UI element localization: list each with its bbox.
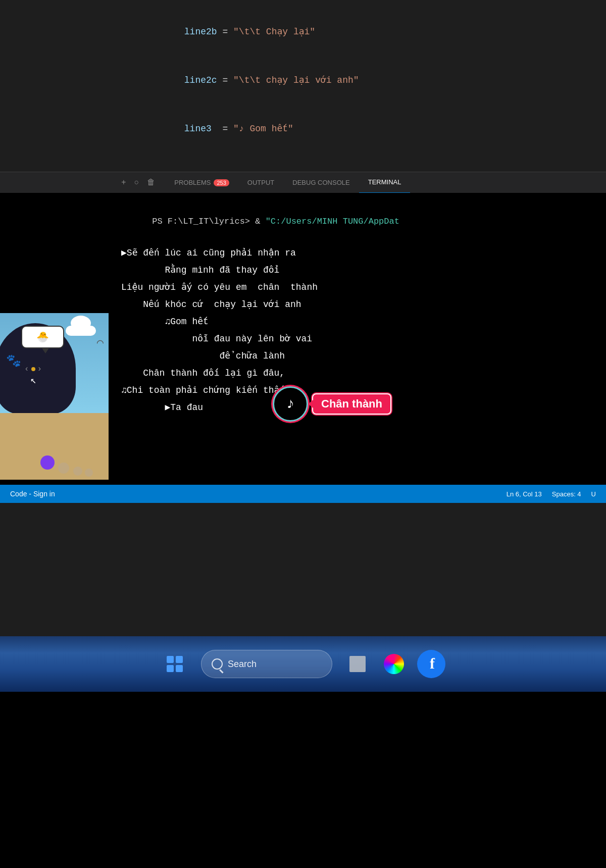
chick-icon: 🐣 [36, 331, 49, 343]
tab-output-label: OUTPUT [247, 179, 274, 186]
facebook-button[interactable]: f [417, 650, 445, 678]
tab-problems[interactable]: PROBLEMS 253 [165, 172, 238, 193]
game-ground [0, 413, 109, 480]
orb-tan-1 [58, 463, 69, 474]
orb-purple [40, 455, 55, 470]
spectrum-icon [384, 654, 404, 674]
tiktok-overlay: ♪ Chân thành [273, 386, 391, 422]
task-view-icon [349, 656, 366, 672]
orb-tan-3 [85, 469, 93, 477]
lyrics-line-8: Chân thành đối lại gì đâu, [121, 365, 596, 382]
vscode-area: M U M line2b = "\t\t Chạy lại" line2c = … [0, 0, 606, 636]
status-signin: Code - Sign in [10, 490, 55, 498]
search-label: Search [228, 659, 257, 670]
lyrics-line-2: Rằng mình đã thay đổi [121, 262, 596, 279]
add-terminal-icon[interactable]: + [121, 178, 126, 187]
lyrics-line-6: nỗi đau này lên bờ vai [121, 330, 596, 347]
code-line-2c: line2c = "\t\t chạy lại với anh" [152, 56, 606, 105]
status-right: Ln 6, Col 13 Spaces: 4 U [507, 490, 596, 498]
tab-terminal-label: TERMINAL [368, 178, 401, 186]
lyrics-line-7: để chữa lành [121, 347, 596, 365]
search-icon [212, 658, 223, 670]
windows-square-2 [176, 656, 183, 663]
problems-badge: 253 [214, 179, 229, 186]
status-bar: Code - Sign in Ln 6, Col 13 Spaces: 4 U [0, 485, 606, 503]
search-bar[interactable]: Search [201, 650, 332, 678]
seagull-icon: ⌒ [97, 336, 104, 349]
panel-tabs: + ○ 🗑 PROBLEMS 253 OUTPUT DEBUG CONSOLE … [0, 172, 606, 193]
tiktok-logo[interactable]: ♪ [273, 386, 308, 422]
cursor: ↖ [30, 374, 36, 386]
spaces-info: Spaces: 4 [552, 490, 581, 498]
tab-action-icons: + ○ 🗑 [121, 178, 155, 187]
code-editor: line2b = "\t\t Chạy lại" line2c = "\t\t … [0, 0, 606, 172]
tab-problems-label: PROBLEMS [174, 179, 211, 186]
tiktok-icon: ♪ [286, 395, 295, 413]
cursor-position: Ln 6, Col 13 [507, 490, 542, 498]
tab-output[interactable]: OUTPUT [238, 172, 283, 193]
nav-dot [31, 367, 35, 371]
delete-terminal-icon[interactable]: 🗑 [147, 178, 155, 187]
lyrics-line-4: Nếu khóc cứ chạy lại với anh [121, 296, 596, 313]
bottom-black-area [0, 692, 606, 868]
lyrics-line-5: ♫Gom hết [121, 313, 596, 330]
orb-tan-2 [73, 467, 82, 476]
nav-arrows: ‹ › [24, 365, 42, 374]
right-arrow-icon[interactable]: › [37, 365, 42, 374]
tiktok-label-box: Chân thành [312, 393, 391, 415]
pixel-character: 🐾 [6, 353, 21, 368]
terminal-prompt-line: PS F:\LT_IT\lyrics> & "C:/Users/MINH TUN… [121, 199, 596, 244]
tiktok-label-text: Chân thành [321, 397, 382, 410]
windows-square-4 [176, 665, 183, 672]
code-line-2b: line2b = "\t\t Chạy lại" [152, 8, 606, 56]
tab-debug-console[interactable]: DEBUG CONSOLE [283, 172, 359, 193]
left-arrow-icon[interactable]: ‹ [24, 365, 29, 374]
lyrics-line-1: ▶Sẽ đến lúc ai cũng phải nhận ra [121, 244, 596, 262]
lyrics-line-3: Liệu người ấy có yêu em chân thành [121, 279, 596, 296]
taskbar: Search f [0, 636, 606, 692]
windows-square-3 [167, 665, 174, 672]
code-line-3: line3 = "♪ Gom hết" [152, 105, 606, 153]
task-view-button[interactable] [344, 651, 371, 677]
tab-debug-label: DEBUG CONSOLE [292, 179, 349, 186]
spectrum-button[interactable] [383, 653, 405, 675]
facebook-icon: f [430, 655, 435, 672]
tab-terminal[interactable]: TERMINAL [359, 172, 411, 193]
encoding-info: U [591, 490, 596, 498]
bubble-tail [41, 347, 49, 353]
cloud [63, 318, 98, 336]
windows-icon [167, 656, 183, 672]
windows-square-1 [167, 656, 174, 663]
windows-start-button[interactable] [161, 650, 189, 678]
split-terminal-icon[interactable]: ○ [134, 178, 139, 187]
speech-bubble: 🐣 [21, 326, 64, 348]
